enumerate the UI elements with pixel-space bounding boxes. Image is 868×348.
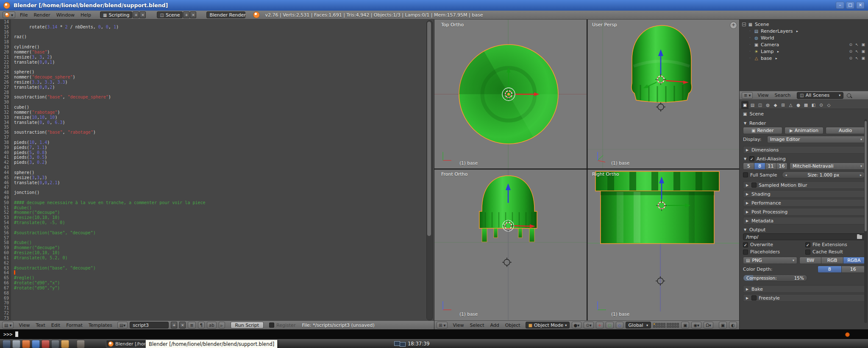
code-line[interactable] bbox=[14, 291, 426, 296]
outliner-item-camera[interactable]: ·▣Camera⊙↖▣ bbox=[740, 41, 868, 48]
maximize-button[interactable]: □ bbox=[846, 2, 854, 9]
data-tab-icon[interactable]: ● bbox=[795, 101, 802, 109]
code-line[interactable]: soustraction("base", "decoupe_sphere") bbox=[14, 95, 426, 100]
register-checkbox[interactable] bbox=[269, 323, 274, 328]
editor-app-icon[interactable] bbox=[51, 340, 59, 348]
code-line[interactable]: translate(0, 0, 6.3) bbox=[14, 120, 426, 125]
checkbox[interactable] bbox=[805, 250, 810, 255]
decrement-arrow-icon[interactable]: ◂ bbox=[785, 173, 787, 177]
markers-toggle[interactable]: ▹ bbox=[219, 322, 225, 328]
taskbar-window-button[interactable]: Blender [/home bbox=[106, 340, 150, 348]
opengl-render-button[interactable]: ▣ bbox=[719, 322, 727, 328]
panel-header-anti-aliasing[interactable]: ▼ ✓ Anti-Aliasing bbox=[743, 155, 865, 163]
word-wrap-toggle[interactable]: ¶ bbox=[198, 322, 205, 328]
code-line[interactable] bbox=[14, 195, 426, 200]
layer-dot[interactable] bbox=[667, 323, 669, 325]
check-cache-result[interactable]: Cache Result bbox=[805, 249, 865, 255]
scene-tab-icon[interactable]: ◫ bbox=[757, 101, 764, 109]
delete-scene-button[interactable]: × bbox=[190, 11, 196, 18]
increment-arrow-icon[interactable]: ▸ bbox=[860, 173, 862, 177]
renderable-camera-icon[interactable]: ▣ bbox=[861, 56, 865, 60]
code-line[interactable]: translate(0,0,2) bbox=[14, 85, 426, 90]
snap-magnet-button[interactable]: Ω▾ bbox=[704, 322, 713, 328]
close-button[interactable]: × bbox=[856, 2, 865, 9]
modifiers-tab-icon[interactable]: △ bbox=[787, 101, 794, 109]
code-line[interactable]: #cube() bbox=[14, 240, 426, 245]
properties-tabs[interactable]: ▣▤◫◍◆⊞△●▩◧⊙◇ bbox=[740, 100, 868, 109]
panel-header-post-processing[interactable]: ▶Post Processing bbox=[743, 208, 865, 216]
lock-to-scene-button[interactable]: ▣ bbox=[681, 322, 689, 328]
code-line[interactable]: resize(10,10, 10) bbox=[14, 115, 426, 120]
code-line[interactable]: #regle() bbox=[14, 275, 426, 281]
visibility-eye-icon[interactable]: ⊙ bbox=[849, 42, 852, 47]
code-line[interactable]: #resize(10,10, 10) bbox=[14, 215, 426, 220]
outliner[interactable]: −▦Scene·▤RenderLayers▸·◍World·▣Camera⊙↖▣… bbox=[740, 20, 868, 91]
animation-button[interactable]: ▶ Animation bbox=[785, 127, 824, 134]
editor-type-3d-button[interactable]: ⊞ ▾ bbox=[437, 322, 448, 328]
panel-header-dimensions[interactable]: ▶ Dimensions bbox=[743, 146, 865, 154]
manipulator-translate-button[interactable]: + bbox=[596, 322, 604, 328]
menu-view[interactable]: View bbox=[450, 323, 467, 328]
physics-tab-icon[interactable]: ◇ bbox=[825, 101, 832, 109]
code-line[interactable]: translate(0,0,2.1) bbox=[14, 180, 426, 185]
layer-dot[interactable] bbox=[661, 326, 663, 328]
code-line[interactable]: #soustraction("base", "decoupe") bbox=[14, 230, 426, 236]
layer-dot[interactable] bbox=[674, 323, 676, 325]
outliner-item-base[interactable]: ·△base▸⊙↖▣ bbox=[740, 55, 868, 62]
code-line[interactable]: #rotate("d90","y") bbox=[14, 286, 426, 291]
panel-header-performance[interactable]: ▶Performance bbox=[743, 199, 865, 207]
option-rgba[interactable]: RGBA bbox=[843, 257, 865, 264]
code-line[interactable]: #soustraction("base", "decoupe") bbox=[14, 266, 426, 271]
checkbox[interactable] bbox=[743, 250, 748, 255]
code-line[interactable] bbox=[14, 20, 426, 25]
syntax-highlight-toggle[interactable]: ab bbox=[207, 322, 216, 328]
viewport-shading-button[interactable]: ●▾ bbox=[572, 322, 582, 328]
code-line[interactable]: resize(3.3, 3.3, 3.3) bbox=[14, 80, 426, 85]
clock[interactable]: 18:37:39 bbox=[408, 341, 430, 347]
code-line[interactable]: cylindre() bbox=[14, 45, 426, 50]
quad-divider[interactable] bbox=[587, 20, 588, 320]
layer-dot[interactable] bbox=[653, 326, 655, 328]
layer-dot[interactable] bbox=[677, 326, 679, 328]
editor-type-text-button[interactable]: ▤ ▾ bbox=[2, 322, 14, 328]
unlink-text-button[interactable]: × bbox=[179, 322, 186, 328]
full-sample-checkbox[interactable] bbox=[743, 172, 748, 177]
check-overwrite[interactable]: ✓Overwrite bbox=[743, 242, 803, 247]
run-script-button[interactable]: Run Script bbox=[231, 322, 264, 328]
render-engine-select[interactable]: Blender Render bbox=[206, 11, 245, 18]
new-text-button[interactable]: + bbox=[171, 322, 177, 328]
panel-checkbox[interactable] bbox=[751, 295, 757, 300]
properties-scrollbar[interactable] bbox=[864, 119, 867, 323]
object-base-persp-view[interactable] bbox=[632, 25, 692, 102]
menu-search[interactable]: Search bbox=[772, 93, 794, 98]
properties-scrollbar-thumb[interactable] bbox=[865, 121, 867, 231]
scene-selector[interactable]: ◫ Scene + × bbox=[157, 11, 196, 18]
menu-add[interactable]: Add bbox=[487, 323, 502, 328]
option-16[interactable]: 16 bbox=[841, 266, 865, 273]
code-line[interactable]: pieds(7, 1.1) bbox=[14, 145, 426, 150]
layer-dot[interactable] bbox=[656, 326, 658, 328]
outliner-item-world[interactable]: ·◍World bbox=[740, 34, 868, 41]
viewport-corner-plus-icon[interactable]: + bbox=[730, 22, 737, 29]
layer-dot[interactable] bbox=[677, 323, 679, 325]
code-line[interactable]: #nommer("decoupe") bbox=[14, 245, 426, 250]
layer-dot[interactable] bbox=[667, 326, 669, 328]
code-line[interactable]: rotate(3.14 * 2 / nbDents, 0, 0, 1) bbox=[14, 25, 426, 30]
code-line[interactable]: nommer("rabotage") bbox=[14, 110, 426, 115]
menu-edit[interactable]: Edit bbox=[48, 323, 63, 328]
layer-dot[interactable] bbox=[674, 326, 676, 328]
output-path-field[interactable]: /tmp/ bbox=[743, 233, 865, 240]
filemanager-app-icon[interactable] bbox=[12, 340, 20, 348]
code-line[interactable]: resize(3,3,3) bbox=[14, 175, 426, 180]
layer-dot[interactable] bbox=[669, 326, 671, 328]
code-line[interactable] bbox=[14, 225, 426, 230]
code-line[interactable] bbox=[14, 125, 426, 130]
object-base-right-view[interactable] bbox=[595, 171, 719, 244]
layer-dot[interactable] bbox=[661, 323, 663, 325]
code-line[interactable] bbox=[14, 311, 426, 316]
code-line[interactable] bbox=[14, 30, 426, 35]
menu-window[interactable]: Window bbox=[53, 12, 78, 18]
code-line[interactable]: #cube() bbox=[14, 205, 426, 210]
code-line[interactable]: jonction() bbox=[14, 190, 426, 195]
code-line[interactable]: #resize(10,10, 10) bbox=[14, 250, 426, 255]
